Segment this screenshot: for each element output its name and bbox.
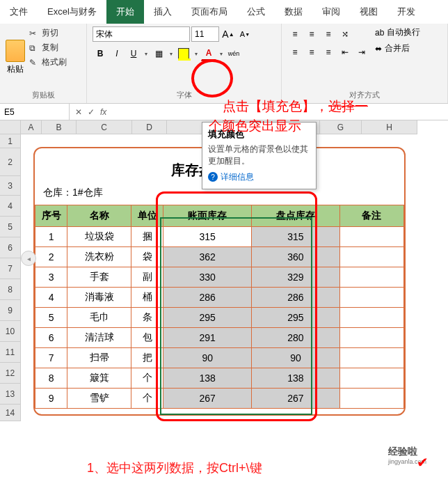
chevron-down-icon[interactable]: ▾ xyxy=(218,51,225,57)
merge-button[interactable]: ⬌ 合并后 xyxy=(375,42,420,54)
table-cell[interactable]: 捆 xyxy=(131,227,163,247)
tab-2[interactable]: 开始 xyxy=(106,0,144,24)
row-header-7[interactable]: 7 xyxy=(0,258,21,279)
font-name-combo[interactable] xyxy=(93,26,190,42)
tab-8[interactable]: 视图 xyxy=(350,0,387,24)
table-cell[interactable] xyxy=(339,227,403,247)
phonetic-button[interactable]: wén xyxy=(226,46,241,61)
align-left-button[interactable]: ≡ xyxy=(287,45,303,60)
format-painter-button[interactable]: ✎ 格式刷 xyxy=(28,56,68,69)
row-header-10[interactable]: 10 xyxy=(0,321,21,342)
table-cell[interactable]: 267 xyxy=(163,389,252,409)
table-cell[interactable]: 329 xyxy=(252,267,340,288)
align-top-button[interactable]: ≡ xyxy=(287,26,303,42)
row-header-6[interactable]: 6 xyxy=(0,237,21,258)
table-row[interactable]: 5毛巾条295295 xyxy=(35,308,404,328)
font-color-button[interactable]: A xyxy=(201,46,216,61)
col-header-A[interactable]: A xyxy=(21,120,42,134)
italic-button[interactable]: I xyxy=(109,46,125,61)
row-header-11[interactable]: 11 xyxy=(0,342,21,363)
row-header-3[interactable]: 3 xyxy=(0,176,21,196)
collapse-button[interactable]: ◂ xyxy=(21,251,36,266)
table-row[interactable]: 7扫帚把9090 xyxy=(35,348,404,368)
table-row[interactable]: 1垃圾袋捆315315 xyxy=(35,227,404,247)
table-cell[interactable]: 295 xyxy=(252,308,340,328)
table-cell[interactable]: 桶 xyxy=(131,288,163,308)
chevron-down-icon[interactable]: ▾ xyxy=(143,51,150,57)
table-row[interactable]: 2洗衣粉袋362360 xyxy=(35,247,404,267)
table-cell[interactable]: 5 xyxy=(35,308,67,328)
row-header-4[interactable]: 4 xyxy=(0,196,21,217)
table-cell[interactable]: 个 xyxy=(131,389,163,409)
align-bottom-button[interactable]: ≡ xyxy=(321,26,336,42)
fx-confirm-icon[interactable]: ✓ xyxy=(88,107,95,117)
copy-button[interactable]: ⧉ 复制 xyxy=(28,41,68,54)
table-cell[interactable]: 4 xyxy=(35,288,67,308)
table-cell[interactable]: 3 xyxy=(35,267,67,288)
tab-6[interactable]: 数据 xyxy=(275,0,312,24)
table-cell[interactable]: 90 xyxy=(252,348,340,368)
align-right-button[interactable]: ≡ xyxy=(321,45,336,60)
orientation-button[interactable]: ⤭ xyxy=(337,26,353,42)
fx-icon[interactable]: fx xyxy=(100,107,106,117)
tab-0[interactable]: 文件 xyxy=(0,0,38,24)
table-cell[interactable] xyxy=(339,368,403,389)
tab-1[interactable]: Excel与财务 xyxy=(38,0,106,24)
table-cell[interactable]: 362 xyxy=(163,247,252,267)
table-cell[interactable]: 315 xyxy=(252,227,340,247)
table-cell[interactable] xyxy=(339,348,403,368)
table-cell[interactable]: 消毒液 xyxy=(67,288,131,308)
row-header-14[interactable]: 14 xyxy=(0,405,21,421)
table-cell[interactable]: 315 xyxy=(163,227,252,247)
row-header-13[interactable]: 13 xyxy=(0,384,21,405)
table-cell[interactable]: 个 xyxy=(131,368,163,389)
grow-font-button[interactable]: A▲ xyxy=(221,26,236,42)
tab-7[interactable]: 审阅 xyxy=(312,0,350,24)
table-cell[interactable]: 8 xyxy=(35,368,67,389)
bold-button[interactable]: B xyxy=(93,46,108,61)
table-cell[interactable]: 2 xyxy=(35,247,67,267)
table-row[interactable]: 8簸箕个138138 xyxy=(35,368,404,389)
increase-indent-button[interactable]: ⇥ xyxy=(354,45,369,60)
table-cell[interactable]: 手套 xyxy=(67,267,131,288)
table-cell[interactable]: 295 xyxy=(163,308,252,328)
table-cell[interactable] xyxy=(339,247,403,267)
col-header-B[interactable]: B xyxy=(42,120,77,134)
table-cell[interactable]: 垃圾袋 xyxy=(67,227,131,247)
row-header-9[interactable]: 9 xyxy=(0,300,21,321)
wrap-text-button[interactable]: ab 自动换行 xyxy=(375,26,420,38)
table-cell[interactable]: 90 xyxy=(163,348,252,368)
tab-4[interactable]: 页面布局 xyxy=(182,0,237,24)
table-cell[interactable]: 7 xyxy=(35,348,67,368)
tab-3[interactable]: 插入 xyxy=(144,0,182,24)
fx-cancel-icon[interactable]: ✕ xyxy=(75,107,82,117)
row-header-5[interactable]: 5 xyxy=(0,217,21,237)
table-row[interactable]: 3手套副330329 xyxy=(35,267,404,288)
fill-color-button[interactable] xyxy=(176,46,191,61)
table-row[interactable]: 6清洁球包291280 xyxy=(35,328,404,348)
table-cell[interactable] xyxy=(339,267,403,288)
table-cell[interactable]: 扫帚 xyxy=(67,348,131,368)
table-cell[interactable]: 洗衣粉 xyxy=(67,247,131,267)
table-cell[interactable] xyxy=(339,288,403,308)
name-box[interactable] xyxy=(0,104,70,120)
table-cell[interactable]: 条 xyxy=(131,308,163,328)
decrease-indent-button[interactable]: ⇤ xyxy=(337,45,353,60)
chevron-down-icon[interactable]: ▾ xyxy=(168,51,175,57)
align-center-button[interactable]: ≡ xyxy=(304,45,319,60)
table-cell[interactable]: 6 xyxy=(35,328,67,348)
table-cell[interactable]: 雪铲 xyxy=(67,389,131,409)
table-row[interactable]: 4消毒液桶286286 xyxy=(35,288,404,308)
row-header-2[interactable]: 2 xyxy=(0,148,21,176)
table-cell[interactable]: 360 xyxy=(252,247,340,267)
table-cell[interactable] xyxy=(339,308,403,328)
col-header-G[interactable]: G xyxy=(320,120,362,134)
row-header-1[interactable]: 1 xyxy=(0,134,21,148)
fill-color-dropdown[interactable]: ▾ xyxy=(193,51,200,57)
tab-5[interactable]: 公式 xyxy=(237,0,275,24)
table-row[interactable]: 9雪铲个267267 xyxy=(35,389,404,409)
col-header-C[interactable]: C xyxy=(77,120,132,134)
table-cell[interactable] xyxy=(339,389,403,409)
tooltip-more-link[interactable]: ? 详细信息 xyxy=(208,171,310,183)
paste-button[interactable]: 粘贴 xyxy=(6,26,25,88)
